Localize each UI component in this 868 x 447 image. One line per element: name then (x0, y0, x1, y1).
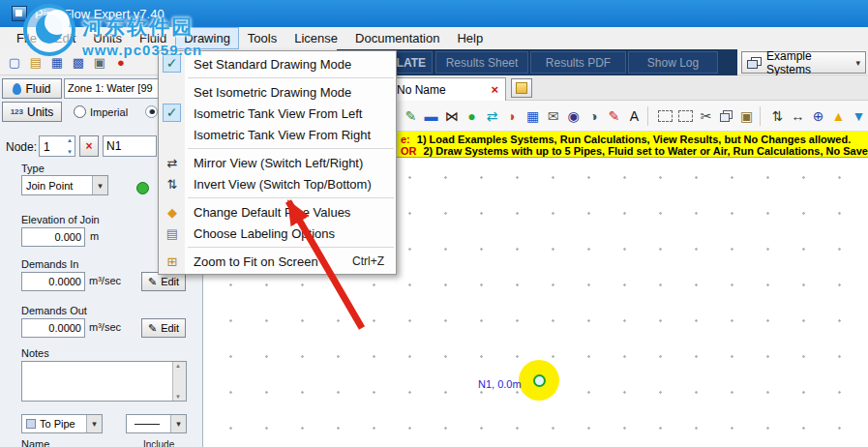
tab-no-name[interactable]: No Name × (389, 77, 506, 101)
grid-icon[interactable]: ▦ (523, 104, 543, 129)
select-items-icon[interactable] (675, 104, 696, 129)
page-icon (516, 82, 527, 94)
fluid-button-label: Fluid (25, 82, 50, 96)
units-button[interactable]: 123 Units (2, 102, 62, 122)
menu-item-mirror-view[interactable]: ⇄ Mirror View (Switch Left/Right) (159, 152, 396, 173)
menu-shortcut: Ctrl+Z (352, 254, 384, 268)
node-number-stepper[interactable]: 1 (39, 135, 75, 157)
save-file-icon[interactable]: ▦ (46, 51, 68, 73)
draw-pipe-icon[interactable]: ✎ (401, 104, 421, 129)
notes-scrollbar[interactable] (172, 362, 186, 401)
demands-in-field[interactable] (21, 272, 85, 291)
elevation-field[interactable] (21, 227, 85, 247)
cut-icon[interactable]: ✂ (696, 104, 716, 129)
menu-documentation[interactable]: Documentation (346, 27, 448, 49)
demands-out-unit: m³/sec (89, 321, 121, 333)
metric-radio[interactable] (145, 105, 158, 118)
menu-drawing[interactable]: Drawing (175, 27, 239, 49)
menu-item-isometric-tank-view-from-left[interactable]: ✓ Isometric Tank View From Left (159, 103, 396, 124)
include-label: Include (143, 439, 174, 447)
menu-item-zoom-to-fit-on-screen[interactable]: ⊞ Zoom to Fit on Screen Ctrl+Z (159, 251, 396, 272)
notes-textarea[interactable] (21, 361, 187, 402)
copy-icon[interactable] (716, 104, 736, 129)
lower-icon[interactable]: ▼ (849, 104, 868, 129)
print-icon[interactable]: ▣ (89, 51, 110, 73)
raise-icon[interactable]: ▲ (828, 104, 849, 129)
move-icon[interactable]: ↔ (788, 104, 808, 129)
node-highlight (519, 360, 559, 401)
tab-close-icon[interactable]: × (491, 84, 498, 96)
menu-item-label: Set Standard Drawing Mode (194, 57, 351, 72)
imperial-radio[interactable] (74, 105, 86, 118)
node-name-field[interactable] (103, 135, 157, 157)
join-pipes-icon[interactable]: ⇄ (482, 104, 502, 129)
pump-icon[interactable]: ◗ (502, 104, 523, 129)
zoom-icon[interactable]: ⊕ (808, 104, 828, 129)
fluid-droplet-icon (13, 83, 21, 95)
toolbar-separator (647, 106, 652, 126)
find-icon[interactable]: ◉ (563, 104, 584, 129)
checkmark-icon: ✓ (163, 54, 181, 73)
menu-item-invert-view[interactable]: ⇅ Invert View (Switch Top/Bottom) (159, 173, 396, 194)
menu-units[interactable]: Units (84, 27, 131, 49)
notice-text: 1) Load Examples Systems, Run Calculatio… (417, 134, 851, 145)
demands-out-field[interactable] (21, 318, 85, 338)
show-log-button[interactable]: Show Log (628, 51, 718, 74)
paste-icon[interactable]: ▣ (736, 104, 757, 129)
menu-separator (188, 77, 394, 78)
demands-in-edit-button[interactable]: ✎ Edit (141, 272, 186, 291)
flip-vertical-icon[interactable]: ⇅ (767, 104, 788, 129)
menu-item-choose-labeling-options[interactable]: ▤ Choose Labeling Options (159, 223, 396, 244)
menu-item-isometric-tank-view-from-right[interactable]: Isometric Tank View From Right (159, 124, 396, 145)
menu-fluid[interactable]: Fluid (131, 27, 175, 49)
menu-license[interactable]: License (285, 27, 346, 49)
title-bar: Pipe Flow Expert v7.40 (0, 0, 868, 27)
save-all-icon[interactable]: ▩ (68, 51, 89, 73)
menu-file[interactable]: File (8, 27, 45, 49)
edit-button-label: Edit (161, 276, 179, 287)
results-sheet-button[interactable]: Results Sheet (435, 51, 528, 74)
quick-access-icons: ▢▤▦▩▣● (4, 51, 132, 73)
email-results-icon[interactable]: ✉ (543, 104, 563, 129)
example-systems-button[interactable]: Example Systems ▾ (741, 51, 866, 74)
clear-node-button[interactable]: × (79, 135, 99, 157)
node-color-indicator[interactable] (136, 182, 149, 194)
add-node-icon[interactable]: ● (462, 104, 482, 129)
text-label-icon[interactable]: A (624, 104, 644, 129)
menu-item-label: Isometric Tank View From Left (194, 106, 362, 121)
tab-options-button[interactable] (511, 78, 532, 98)
valve-icon[interactable]: ⋈ (441, 104, 462, 129)
to-pipe-select[interactable]: To Pipe (21, 414, 103, 433)
node-n1[interactable] (533, 374, 546, 387)
slope-icon[interactable]: ✎ (604, 104, 624, 129)
license-icon[interactable]: ● (110, 51, 132, 73)
select-area-icon[interactable] (655, 104, 675, 129)
node-number-value: 1 (44, 140, 50, 154)
checkmark-icon: ✓ (163, 104, 181, 122)
demands-out-edit-button[interactable]: ✎ Edit (141, 318, 186, 338)
node-type-select[interactable]: Join Point (21, 175, 108, 195)
results-pdf-button[interactable]: Results PDF (530, 51, 626, 74)
pencil-icon: ✎ (148, 322, 157, 335)
menu-tools[interactable]: Tools (239, 27, 285, 49)
new-file-icon[interactable]: ▢ (4, 51, 25, 73)
line-style-select[interactable] (126, 414, 187, 433)
menu-item-set-standard-drawing-mode[interactable]: ✓ Set Standard Drawing Mode (159, 53, 396, 74)
windows-icon (747, 57, 762, 69)
imperial-label: Imperial (90, 106, 128, 118)
units-button-label: Units (27, 105, 53, 119)
menu-help[interactable]: Help (448, 27, 492, 49)
menu-item-set-isometric-drawing-mode[interactable]: Set Isometric Drawing Mode (159, 81, 396, 103)
app-icon (12, 6, 27, 21)
tab-label: No Name (397, 83, 446, 97)
pie-chart-icon[interactable]: ◑ (584, 104, 604, 129)
open-file-icon[interactable]: ▤ (25, 51, 46, 73)
fluid-button[interactable]: Fluid (2, 78, 62, 99)
pipe-icon[interactable]: ▬ (421, 104, 441, 129)
menu-item-change-default-pipe-values[interactable]: ◆ Change Default Pipe Values (159, 201, 396, 223)
menu-edit[interactable]: Edit (45, 27, 84, 49)
elevation-label: Elevation of Join (21, 214, 100, 225)
edit-button-label: Edit (161, 322, 179, 334)
example-systems-label: Example Systems (766, 49, 855, 76)
node-label: Node: (6, 140, 37, 154)
